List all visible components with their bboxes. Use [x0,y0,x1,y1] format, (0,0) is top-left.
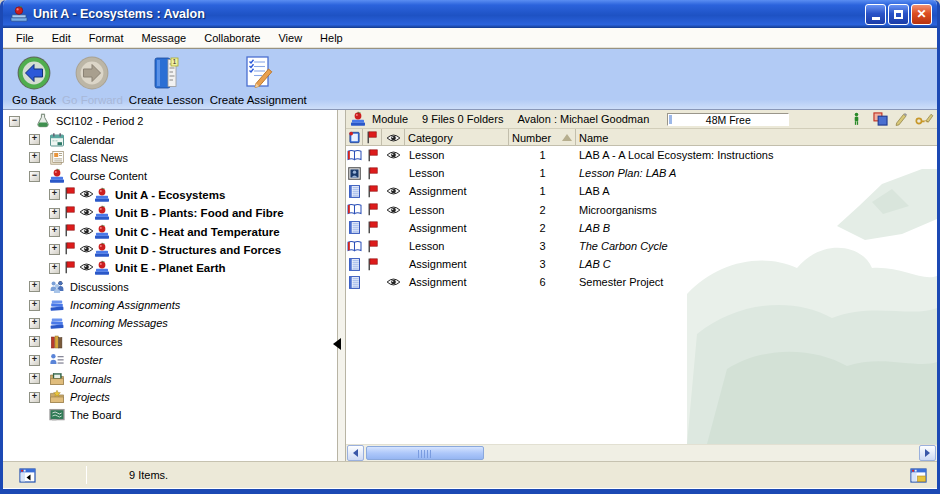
news-icon [49,150,65,166]
flag-column-header[interactable] [363,129,382,146]
tree-item-sci102-period-2[interactable]: −SCI102 - Period 2 [3,112,337,130]
menu-item-view[interactable]: View [269,29,311,47]
item-name: Lesson Plan: LAB A [576,167,937,179]
list-row-lab-a-a-local-ecosystem-instructions[interactable]: Lesson1LAB A - A Local Ecosystem: Instru… [346,146,937,164]
tree-item-unit-e-planet-earth[interactable]: +Unit E - Planet Earth [3,259,337,277]
tree-item-class-news[interactable]: +Class News [3,149,337,167]
item-count-text: 9 Items. [129,469,168,481]
expand-expander-icon[interactable]: + [29,281,40,292]
apple-books-icon [94,242,110,258]
course-tree: −SCI102 - Period 2+Calendar+Class News−C… [3,110,337,461]
tree-item-course-content[interactable]: −Course Content [3,167,337,185]
list-row-semester-project[interactable]: Assignment6Semester Project [346,273,937,291]
item-list: Lesson1LAB A - A Local Ecosystem: Instru… [346,146,937,444]
key-pencil-icon[interactable] [915,112,931,127]
category-column-header[interactable]: Category [405,129,509,146]
flag-icon [363,167,382,180]
tree-item-roster[interactable]: +Roster [3,351,337,369]
books-stack-icon [49,297,65,313]
tree-item-projects[interactable]: +Projects [3,388,337,406]
list-row-microorganisms[interactable]: Lesson2Microorganisms [346,201,937,219]
tree-item-discussions[interactable]: +Discussions [3,278,337,296]
collapse-pane-icon[interactable] [333,338,341,350]
expand-expander-icon[interactable]: + [29,336,40,347]
list-row-lab-a[interactable]: Assignment1LAB A [346,182,937,200]
list-row-lesson-plan-lab-a[interactable]: Lesson1Lesson Plan: LAB A [346,164,937,182]
expand-expander-icon[interactable]: + [49,263,60,274]
toggle-panel-icon[interactable] [19,467,36,484]
item-category: Lesson [405,204,509,216]
tree-item-journals[interactable]: +Journals [3,369,337,387]
tree-item-incoming-messages[interactable]: +Incoming Messages [3,314,337,332]
list-row-the-carbon-cycle[interactable]: Lesson3The Carbon Cycle [346,237,937,255]
scroll-left-button[interactable] [347,445,364,461]
open-book-icon [346,149,363,162]
windows-icon[interactable] [873,112,889,127]
apple-books-icon [94,205,110,221]
expand-expander-icon[interactable]: + [49,208,60,219]
maximize-icon [894,10,903,19]
expand-expander-icon[interactable]: + [29,392,40,403]
open-book-icon [346,240,363,253]
create-lesson-button[interactable]: 1Create Lesson [126,52,207,107]
expand-expander-icon[interactable]: + [29,318,40,329]
pane-splitter[interactable] [337,110,346,461]
resources-icon [49,334,65,350]
scroll-right-button[interactable] [919,445,936,461]
menu-item-message[interactable]: Message [133,29,196,47]
expand-expander-icon[interactable]: + [29,373,40,384]
expand-expander-icon[interactable]: + [49,244,60,255]
expand-expander-icon[interactable]: + [49,226,60,237]
tree-item-the-board[interactable]: +The Board [3,406,337,424]
menu-item-format[interactable]: Format [80,29,133,47]
pencil-icon[interactable] [894,112,910,127]
tree-item-incoming-assignments[interactable]: +Incoming Assignments [3,296,337,314]
scrollbar-thumb[interactable] [366,446,484,460]
menu-item-help[interactable]: Help [311,29,352,47]
person-icon[interactable] [852,112,868,127]
flag-icon [363,149,382,162]
tree-item-unit-c-heat-and-temperature[interactable]: +Unit C - Heat and Temperature [3,222,337,240]
minimize-button[interactable] [865,4,886,25]
expand-expander-icon[interactable]: + [29,152,40,163]
collapse-expander-icon[interactable]: − [29,171,40,182]
expand-expander-icon[interactable]: + [29,300,40,311]
menu-item-edit[interactable]: Edit [43,29,80,47]
item-number: 2 [509,222,576,234]
item-name: LAB A - A Local Ecosystem: Instructions [576,149,937,161]
layout-view-icon[interactable] [910,467,927,484]
apple-books-icon [94,224,110,240]
tree-item-unit-b-plants-food-and-fibre[interactable]: +Unit B - Plants: Food and Fibre [3,204,337,222]
item-name: LAB B [576,222,937,234]
tree-item-label: Incoming Assignments [70,299,180,311]
horizontal-scrollbar[interactable] [346,444,937,461]
name-column-header[interactable]: Name [576,129,937,146]
collapse-expander-icon[interactable]: − [9,116,20,127]
list-row-lab-b[interactable]: Assignment2LAB B [346,219,937,237]
expand-expander-icon[interactable]: + [29,355,40,366]
tree-item-label: The Board [70,409,121,421]
tree-item-calendar[interactable]: +Calendar [3,130,337,148]
tree-item-label: Unit B - Plants: Food and Fibre [115,207,284,219]
create-assignment-button[interactable]: Create Assignment [207,52,310,107]
menu-item-collaborate[interactable]: Collaborate [195,29,269,47]
expand-expander-icon[interactable]: + [49,189,60,200]
books-stack-icon [49,315,65,331]
tree-item-unit-a-ecosystems[interactable]: +Unit A - Ecosystems [3,186,337,204]
eye-column-header[interactable] [382,129,405,146]
expand-expander-icon[interactable]: + [29,134,40,145]
go-back-button[interactable]: Go Back [9,52,59,107]
list-row-lab-c[interactable]: Assignment3LAB C [346,255,937,273]
titlebar[interactable]: Unit A - Ecosystems : Avalon ✕ [3,0,937,28]
go-forward-button[interactable]: Go Forward [59,52,126,107]
item-type-column-header[interactable] [346,129,363,146]
close-button[interactable]: ✕ [911,4,932,25]
item-name: LAB A [576,185,937,197]
tree-item-unit-d-structures-and-forces[interactable]: +Unit D - Structures and Forces [3,241,337,259]
maximize-button[interactable] [888,4,909,25]
tree-item-resources[interactable]: +Resources [3,333,337,351]
go-forward-label: Go Forward [62,94,123,106]
number-column-header[interactable]: Number [509,129,576,146]
statusbar-divider [86,466,87,484]
menu-item-file[interactable]: File [7,29,43,47]
